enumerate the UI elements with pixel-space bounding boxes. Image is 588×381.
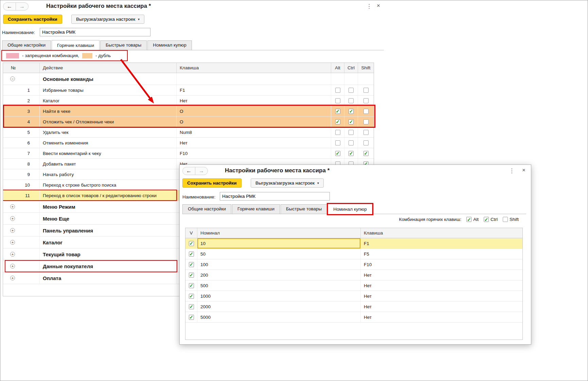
column-header-alt[interactable]: Alt bbox=[331, 63, 344, 73]
name-input[interactable] bbox=[40, 28, 150, 36]
more-menu-icon[interactable]: ⋮ bbox=[366, 3, 372, 10]
row-checkbox[interactable]: ✓ bbox=[189, 241, 194, 246]
expand-icon[interactable]: + bbox=[10, 252, 15, 257]
column-header-shift[interactable]: Shift bbox=[358, 63, 374, 73]
expand-icon[interactable]: + bbox=[10, 216, 15, 221]
key-cell: Нет bbox=[361, 270, 522, 280]
nominal-row[interactable]: ✓500Нет bbox=[185, 280, 522, 291]
row-checkbox[interactable]: ✓ bbox=[189, 294, 194, 299]
hotkey-combo-option-shift[interactable]: Shift bbox=[503, 217, 519, 222]
save-settings-label: Сохранить настройки bbox=[187, 180, 237, 186]
alt-checkbox[interactable]: ✓ bbox=[466, 217, 471, 222]
nominal-cell: 100 bbox=[197, 259, 361, 270]
column-header-key[interactable]: Клавиша bbox=[361, 228, 522, 238]
export-import-settings-button[interactable]: Выгрузка/загрузка настроек ▾ bbox=[251, 178, 324, 188]
ctrl-checkbox[interactable]: ✓ bbox=[349, 119, 354, 124]
command-group-row[interactable]: −Основные команды bbox=[3, 73, 374, 85]
hotkey-row[interactable]: 6Отменить измененияНет bbox=[3, 138, 374, 148]
tab-hotkeys[interactable]: Горячие клавиши bbox=[232, 204, 280, 214]
back-button[interactable]: ← bbox=[182, 167, 195, 175]
expand-icon[interactable]: + bbox=[10, 276, 15, 280]
shift-checkbox[interactable] bbox=[363, 98, 369, 103]
tab-general[interactable]: Общие настройки bbox=[2, 40, 51, 50]
row-checkbox[interactable]: ✓ bbox=[189, 252, 194, 257]
alt-checkbox[interactable]: ✓ bbox=[335, 119, 340, 124]
column-header-action[interactable]: Действие bbox=[40, 63, 177, 73]
hotkey-row[interactable]: 7Ввести комментарий к чекуF10✓✓✓ bbox=[3, 148, 374, 159]
ctrl-checkbox[interactable] bbox=[349, 88, 354, 93]
row-number: 7 bbox=[3, 148, 40, 158]
forbidden-combination-label: - запрещеная комбинация, bbox=[22, 53, 79, 58]
nominal-row[interactable]: ✓200Нет bbox=[185, 270, 522, 280]
row-cell: ✓ bbox=[185, 301, 197, 312]
alt-checkbox[interactable] bbox=[335, 98, 340, 103]
more-menu-icon[interactable]: ⋮ bbox=[509, 167, 515, 174]
collapse-icon[interactable]: − bbox=[10, 76, 15, 81]
shift-checkbox[interactable] bbox=[503, 217, 508, 222]
hotkey-row[interactable]: 2КаталогНет bbox=[3, 96, 374, 106]
alt-checkbox[interactable]: ✓ bbox=[335, 151, 340, 156]
tab-denominations[interactable]: Номинал купюр bbox=[328, 204, 372, 214]
column-header-nominal[interactable]: Номинал bbox=[197, 228, 361, 238]
hotkey-row[interactable]: 4Отложить чек / Отложенные чекиO✓✓ bbox=[3, 117, 374, 127]
alt-checkbox[interactable] bbox=[335, 88, 340, 93]
close-icon[interactable]: × bbox=[522, 167, 525, 174]
expand-icon[interactable]: + bbox=[10, 204, 15, 209]
alt-checkbox[interactable]: ✓ bbox=[335, 109, 340, 114]
shift-checkbox[interactable] bbox=[363, 140, 369, 145]
tab-quick-goods[interactable]: Быстрые товары bbox=[100, 40, 147, 50]
nominal-row[interactable]: ✓100F10 bbox=[185, 259, 522, 270]
tab-general[interactable]: Общие настройки bbox=[182, 204, 231, 214]
ctrl-checkbox[interactable]: ✓ bbox=[484, 217, 489, 222]
row-checkbox[interactable]: ✓ bbox=[189, 262, 194, 267]
export-import-settings-button[interactable]: Выгрузка/загрузка настроек ▾ bbox=[71, 15, 144, 24]
ctrl-checkbox[interactable]: ✓ bbox=[349, 151, 354, 156]
column-header-key[interactable]: Клавиша bbox=[177, 63, 331, 73]
tab-quick-goods[interactable]: Быстрые товары bbox=[281, 204, 327, 214]
hotkey-combo-option-ctrl[interactable]: ✓Ctrl bbox=[484, 217, 498, 222]
save-settings-button[interactable]: Сохранить настройки bbox=[182, 178, 242, 188]
alt-checkbox[interactable] bbox=[335, 140, 340, 145]
alt-checkbox[interactable] bbox=[335, 130, 340, 135]
hotkey-row[interactable]: 3Найти в чекеO✓✓ bbox=[3, 106, 374, 117]
row-checkbox[interactable]: ✓ bbox=[189, 283, 194, 288]
nominal-row[interactable]: ✓50F5 bbox=[185, 249, 522, 259]
ctrl-checkbox[interactable]: ✓ bbox=[349, 109, 354, 114]
row-checkbox[interactable]: ✓ bbox=[189, 304, 194, 309]
back-button[interactable]: ← bbox=[3, 2, 16, 11]
expand-icon[interactable]: + bbox=[10, 264, 15, 269]
expand-icon[interactable]: + bbox=[10, 228, 15, 233]
forward-button[interactable]: → bbox=[16, 2, 29, 11]
shift-checkbox[interactable] bbox=[363, 130, 369, 135]
column-header-ctrl[interactable]: Ctrl bbox=[344, 63, 358, 73]
ctrl-checkbox[interactable] bbox=[349, 130, 354, 135]
hotkey-combo-option-alt[interactable]: ✓Alt bbox=[466, 217, 479, 222]
name-input[interactable] bbox=[220, 192, 330, 201]
action-cell: Избранные товары bbox=[40, 85, 177, 95]
row-checkbox[interactable]: ✓ bbox=[189, 273, 194, 278]
nominal-row[interactable]: ✓2000Нет bbox=[185, 301, 522, 312]
forward-button[interactable]: → bbox=[195, 167, 208, 175]
expand-icon[interactable]: + bbox=[10, 240, 15, 245]
expander-cell: + bbox=[3, 260, 40, 272]
ctrl-checkbox[interactable] bbox=[349, 140, 354, 145]
column-header-number[interactable]: № bbox=[3, 63, 40, 73]
close-icon[interactable]: × bbox=[377, 2, 380, 9]
shift-checkbox[interactable] bbox=[363, 109, 369, 114]
hotkey-row[interactable]: 5Удалить чекNum8 bbox=[3, 127, 374, 138]
hotkey-combo-options: ✓Alt✓CtrlShift bbox=[466, 217, 519, 222]
group-title: Панель управления bbox=[40, 225, 177, 236]
tab-denominations[interactable]: Номинал купюр bbox=[147, 40, 192, 50]
shift-checkbox[interactable] bbox=[363, 119, 369, 124]
nominal-row[interactable]: ✓10F1 bbox=[185, 238, 522, 249]
save-settings-button[interactable]: Сохранить настройки bbox=[3, 15, 62, 24]
nominal-row[interactable]: ✓1000Нет bbox=[185, 291, 522, 301]
shift-checkbox[interactable]: ✓ bbox=[363, 151, 369, 156]
shift-checkbox[interactable] bbox=[363, 88, 369, 93]
row-checkbox[interactable]: ✓ bbox=[189, 315, 194, 320]
ctrl-checkbox[interactable] bbox=[349, 98, 354, 103]
hotkey-row[interactable]: 1Избранные товарыF1 bbox=[3, 85, 374, 96]
column-header-checkbox[interactable]: V bbox=[185, 228, 197, 238]
nominal-row[interactable]: ✓5000Нет bbox=[185, 312, 522, 323]
tab-hotkeys[interactable]: Горячие клавиши bbox=[52, 40, 100, 50]
